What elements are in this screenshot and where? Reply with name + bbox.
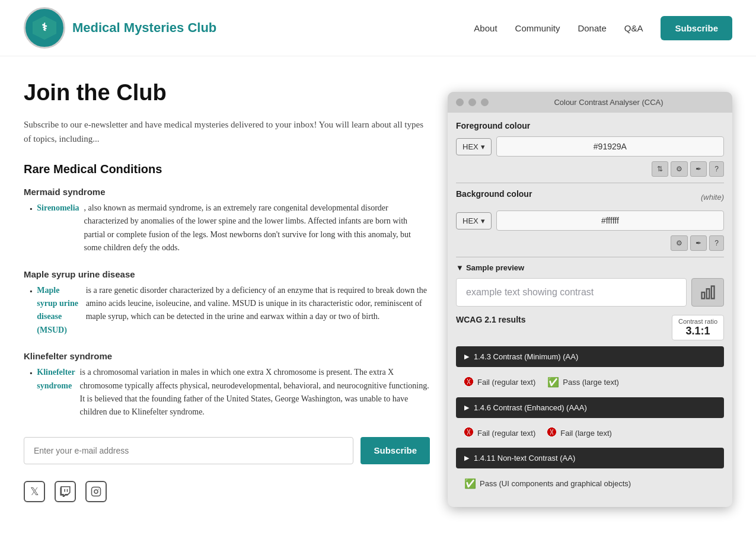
- criterion-2-label: 1.4.6 Contrast (Enhanced) (AAA): [474, 403, 587, 412]
- email-input[interactable]: [24, 437, 353, 464]
- svg-point-3: [94, 490, 98, 493]
- msud-link[interactable]: Maple syrup urine disease (MSUD): [37, 284, 81, 337]
- chevron-down-icon-bg: ▾: [481, 216, 485, 225]
- wcag-header: WCAG 2.1 results Contrast ratio 3.1:1: [456, 315, 724, 340]
- criterion-1-result-0: 🅧 Fail (regular text): [464, 377, 535, 388]
- adjust-icon[interactable]: ⚙: [671, 161, 688, 177]
- criterion-3-result-0-text: Pass (UI components and graphical object…: [480, 479, 631, 488]
- condition-maple-desc: is a rare genetic disorder characterized…: [86, 284, 430, 337]
- cca-window: Colour Contrast Analyser (CCA) Foregroun…: [448, 92, 732, 507]
- criterion-1-arrow: ▶: [464, 353, 469, 361]
- background-format-select[interactable]: HEX ▾: [456, 212, 492, 229]
- wcag-criterion-3[interactable]: ▶ 1.4.11 Non-text Contrast (AA): [456, 448, 724, 468]
- svg-rect-2: [92, 487, 101, 496]
- nav-about[interactable]: About: [474, 23, 497, 33]
- svg-point-4: [98, 489, 99, 490]
- chevron-down-icon: ▾: [481, 142, 485, 151]
- wcag-title: WCAG 2.1 results: [456, 315, 525, 324]
- pass-icon-1: ✅: [464, 478, 476, 489]
- background-white-label: (white): [701, 193, 724, 202]
- fail-icon-0: 🅧: [464, 377, 474, 388]
- twitter-icon[interactable]: 𝕏: [24, 481, 45, 502]
- criterion-1-results: 🅧 Fail (regular text) ✅ Pass (large text…: [456, 372, 724, 393]
- foreground-hex-input[interactable]: #91929A: [496, 136, 724, 157]
- foreground-format-label: HEX: [462, 142, 479, 151]
- condition-mermaid-item: Sirenomelia, also known as mermaid syndr…: [30, 202, 430, 255]
- wcag-criterion-1[interactable]: ▶ 1.4.3 Contrast (Minimum) (AA): [456, 346, 724, 367]
- social-icons: 𝕏: [24, 481, 430, 502]
- svg-rect-6: [706, 289, 709, 298]
- svg-rect-5: [701, 292, 704, 299]
- bg-help-icon[interactable]: ?: [709, 235, 724, 251]
- condition-mermaid-name: Mermaid syndrome: [24, 187, 430, 197]
- condition-mermaid: Mermaid syndrome Sirenomelia, also known…: [24, 187, 430, 255]
- criterion-1-result-0-text: Fail (regular text): [477, 378, 535, 387]
- foreground-icon-row: ⇅ ⚙ ✒ ?: [456, 161, 724, 177]
- right-column: Colour Contrast Analyser (CCA) Foregroun…: [448, 80, 732, 507]
- criterion-2-result-1-text: Fail (large text): [560, 429, 612, 438]
- criterion-2-result-0-text: Fail (regular text): [477, 429, 535, 438]
- nav-community[interactable]: Community: [515, 23, 560, 33]
- criterion-2-results: 🅧 Fail (regular text) 🅧 Fail (large text…: [456, 423, 724, 443]
- foreground-format-select[interactable]: HEX ▾: [456, 138, 492, 155]
- twitch-icon[interactable]: [55, 481, 76, 502]
- condition-klinefelter-name: Klinefelter syndrome: [24, 351, 430, 361]
- preview-label: Sample preview: [466, 263, 524, 272]
- criterion-2-arrow: ▶: [464, 404, 469, 412]
- subscribe-button[interactable]: Subscribe: [361, 437, 430, 464]
- foreground-label: Foreground colour: [456, 121, 724, 130]
- preview-area: example text showing contrast: [456, 278, 724, 307]
- condition-maple: Maple syrup urine disease Maple syrup ur…: [24, 269, 430, 337]
- condition-maple-name: Maple syrup urine disease: [24, 269, 430, 279]
- preview-toggle-icon[interactable]: ▼: [456, 263, 464, 272]
- contrast-ratio-value: 3.1:1: [678, 325, 717, 337]
- svg-text:⚕: ⚕: [42, 21, 47, 33]
- eyedropper-icon[interactable]: ✒: [690, 161, 707, 177]
- swap-icon[interactable]: ⇅: [652, 161, 668, 177]
- bg-adjust-icon[interactable]: ⚙: [671, 235, 688, 251]
- chart-icon-button[interactable]: [691, 278, 724, 307]
- main-layout: Join the Club Subscribe to our e-newslet…: [0, 56, 756, 531]
- condition-klinefelter-desc: is a chromosomal variation in males in w…: [80, 366, 430, 419]
- nav-donate[interactable]: Donate: [578, 23, 606, 33]
- left-column: Join the Club Subscribe to our e-newslet…: [24, 80, 430, 507]
- sirenomelia-link[interactable]: Sirenomelia: [37, 202, 79, 255]
- nav-subscribe-button[interactable]: Subscribe: [661, 16, 732, 40]
- sample-text-box: example text showing contrast: [456, 278, 687, 307]
- instagram-icon[interactable]: [85, 481, 107, 502]
- criterion-3-arrow: ▶: [464, 454, 469, 462]
- criterion-3-result-0: ✅ Pass (UI components and graphical obje…: [464, 478, 631, 489]
- contrast-ratio-box: Contrast ratio 3.1:1: [672, 315, 724, 340]
- criterion-3-label: 1.4.11 Non-text Contrast (AA): [474, 454, 575, 463]
- bg-eyedropper-icon[interactable]: ✒: [690, 235, 707, 251]
- background-row: HEX ▾ #ffffff: [456, 211, 724, 231]
- help-icon[interactable]: ?: [709, 161, 724, 177]
- contrast-ratio-label: Contrast ratio: [678, 318, 717, 325]
- criterion-1-result-1-text: Pass (large text): [563, 378, 619, 387]
- cca-title: Colour Contrast Analyser (CCA): [493, 98, 724, 107]
- condition-klinefelter: Klinefelter syndrome Klinefelter syndrom…: [24, 351, 430, 419]
- brand-title: Medical Mysteries Club: [72, 20, 216, 36]
- brand: ⚕ Medical Mysteries Club: [24, 7, 216, 49]
- background-format-label: HEX: [462, 216, 479, 225]
- background-label: Background colour: [456, 189, 532, 199]
- cca-body: Foreground colour HEX ▾ #91929A ⇅ ⚙ ✒ ?: [448, 113, 732, 507]
- wcag-criterion-2[interactable]: ▶ 1.4.6 Contrast (Enhanced) (AAA): [456, 397, 724, 418]
- titlebar-dot-green: [481, 98, 489, 106]
- nav-qa[interactable]: Q&A: [624, 23, 643, 33]
- titlebar-dot-yellow: [468, 98, 476, 106]
- pass-icon-0: ✅: [547, 377, 559, 388]
- nav-links: About Community Donate Q&A Subscribe: [474, 16, 732, 40]
- klinefelter-link[interactable]: Klinefelter syndrome: [37, 366, 75, 419]
- page-title: Join the Club: [24, 80, 430, 106]
- svg-rect-7: [711, 286, 714, 299]
- background-hex-input[interactable]: #ffffff: [496, 211, 724, 231]
- page-description: Subscribe to our e-newsletter and have m…: [24, 117, 430, 146]
- preview-header: ▼ Sample preview: [456, 263, 724, 272]
- titlebar-dot-red: [456, 98, 464, 106]
- condition-klinefelter-item: Klinefelter syndrome is a chromosomal va…: [30, 366, 430, 419]
- fail-icon-1: 🅧: [464, 428, 474, 438]
- criterion-2-result-1: 🅧 Fail (large text): [547, 428, 612, 438]
- section-title: Rare Medical Conditions: [24, 162, 430, 176]
- cca-titlebar: Colour Contrast Analyser (CCA): [448, 92, 732, 113]
